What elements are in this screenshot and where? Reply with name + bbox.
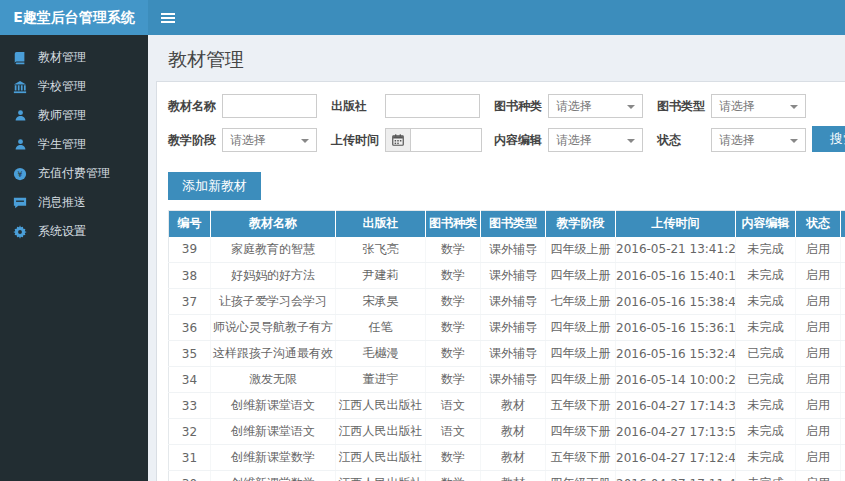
textbook-name-field[interactable] <box>222 94 317 118</box>
cell-upload-time: 2016-04-27 17:12:46 <box>616 445 736 471</box>
table-row: 33创维新课堂语文江西人民出版社语文教材五年级下册2016-04-27 17:1… <box>169 393 845 419</box>
cell-edit-status: 未完成 <box>736 289 796 315</box>
book-category-select-group: 图书种类请选择 <box>494 94 657 118</box>
cell-status: 启用 <box>796 445 841 471</box>
teaching-stage-select[interactable]: 请选择 <box>222 128 317 152</box>
cell-action <box>841 367 845 393</box>
cell-stage: 四年级上册 <box>546 315 616 341</box>
chevron-down-icon <box>790 105 798 109</box>
cell-upload-time: 2016-05-14 10:00:20 <box>616 367 736 393</box>
cell-action <box>841 393 845 419</box>
cell-stage: 四年级上册 <box>546 341 616 367</box>
cell-action <box>841 263 845 289</box>
publisher-field-group: 出版社 <box>331 94 494 118</box>
book-category-select[interactable]: 请选择 <box>548 94 643 118</box>
content-panel: 教材名称出版社图书种类请选择图书类型请选择 教学阶段请选择上传时间内容编辑请选择… <box>156 81 845 481</box>
cell-type: 课外辅导 <box>481 237 546 263</box>
cell-publisher: 江西人民出版社 <box>336 471 426 481</box>
cell-upload-time: 2016-04-27 17:11:46 <box>616 471 736 481</box>
main-content: 教材管理 教材名称出版社图书种类请选择图书类型请选择 教学阶段请选择上传时间内容… <box>148 35 845 481</box>
publisher-field[interactable] <box>385 94 480 118</box>
status-select-group: 状态请选择 <box>657 128 820 152</box>
sidebar-toggle-button[interactable] <box>148 0 188 35</box>
cell-publisher: 宋承昊 <box>336 289 426 315</box>
column-header-upload-time: 上传时间 <box>616 211 736 237</box>
cell-name: 创维新课堂数学 <box>211 445 336 471</box>
cell-stage: 四年级下册 <box>546 471 616 481</box>
book-type-select[interactable]: 请选择 <box>711 94 806 118</box>
cell-action <box>841 445 845 471</box>
cell-publisher: 毛樾漫 <box>336 341 426 367</box>
sidebar-item-7[interactable]: 系统设置 <box>0 217 148 246</box>
cell-status: 启用 <box>796 393 841 419</box>
sidebar-item-label: 学生管理 <box>38 136 86 153</box>
teaching-stage-select-label: 教学阶段 <box>168 132 222 149</box>
search-button[interactable]: 搜索 <box>812 126 845 152</box>
cell-edit-status: 未完成 <box>736 393 796 419</box>
cell-edit-status: 已完成 <box>736 367 796 393</box>
sidebar-item-3[interactable]: 教师管理 <box>0 101 148 130</box>
cell-upload-time: 2016-04-27 17:13:50 <box>616 419 736 445</box>
sidebar-menu: 教材管理学校管理教师管理学生管理¥充值付费管理消息推送系统设置 <box>0 35 148 481</box>
teaching-stage-select-value: 请选择 <box>230 133 266 147</box>
cell-status: 启用 <box>796 419 841 445</box>
cell-action <box>841 289 845 315</box>
teaching-stage-select-group: 教学阶段请选择 <box>168 128 331 152</box>
book-type-select-value: 请选择 <box>719 99 755 113</box>
table-row: 35这样跟孩子沟通最有效毛樾漫数学课外辅导四年级上册2016-05-16 15:… <box>169 341 845 367</box>
book-category-select-value: 请选择 <box>556 99 592 113</box>
sidebar-item-label: 教师管理 <box>38 107 86 124</box>
content-editor-select-value: 请选择 <box>556 133 592 147</box>
calendar-icon <box>385 128 410 152</box>
sidebar-item-5[interactable]: ¥充值付费管理 <box>0 159 148 188</box>
cell-upload-time: 2016-05-16 15:40:14 <box>616 263 736 289</box>
cell-publisher: 尹建莉 <box>336 263 426 289</box>
cell-publisher: 江西人民出版社 <box>336 445 426 471</box>
filter-row-1: 教材名称出版社图书种类请选择图书类型请选择 <box>168 94 845 118</box>
table-row: 32创维新课堂语文江西人民出版社语文教材四年级下册2016-04-27 17:1… <box>169 419 845 445</box>
top-navbar <box>148 0 845 35</box>
table-row: 34激发无限董进宇数学课外辅导四年级上册2016-05-14 10:00:20已… <box>169 367 845 393</box>
cell-stage: 四年级上册 <box>546 263 616 289</box>
column-header-type: 图书类型 <box>481 211 546 237</box>
column-header-category: 图书种类 <box>426 211 481 237</box>
status-select[interactable]: 请选择 <box>711 128 806 152</box>
cell-upload-time: 2016-05-16 15:38:48 <box>616 289 736 315</box>
cell-stage: 四年级上册 <box>546 237 616 263</box>
cell-type: 教材 <box>481 419 546 445</box>
cell-id: 30 <box>169 471 211 481</box>
sidebar-item-4[interactable]: 学生管理 <box>0 130 148 159</box>
cell-name: 创维新课堂数学 <box>211 471 336 481</box>
column-header-id: 编号 <box>169 211 211 237</box>
cell-edit-status: 未完成 <box>736 419 796 445</box>
bank-icon <box>12 79 28 95</box>
sidebar-item-1[interactable]: 教材管理 <box>0 43 148 72</box>
column-header-publisher: 出版社 <box>336 211 426 237</box>
cell-status: 启用 <box>796 237 841 263</box>
content-editor-select[interactable]: 请选择 <box>548 128 643 152</box>
sidebar-item-6[interactable]: 消息推送 <box>0 188 148 217</box>
upload-time-field-label: 上传时间 <box>331 132 385 149</box>
cell-edit-status: 已完成 <box>736 341 796 367</box>
upload-time-field[interactable] <box>410 128 482 152</box>
cell-type: 教材 <box>481 471 546 481</box>
table-row: 39家庭教育的智慧张飞亮数学课外辅导四年级上册2016-05-21 13:41:… <box>169 237 845 263</box>
sidebar-item-2[interactable]: 学校管理 <box>0 72 148 101</box>
content-editor-select-group: 内容编辑请选择 <box>494 128 657 152</box>
cell-name: 这样跟孩子沟通最有效 <box>211 341 336 367</box>
cell-name: 激发无限 <box>211 367 336 393</box>
textbook-table: 编号教材名称出版社图书种类图书类型教学阶段上传时间内容编辑状态 39家庭教育的智… <box>168 210 845 481</box>
cell-edit-status: 未完成 <box>736 315 796 341</box>
textbook-name-field-group: 教材名称 <box>168 94 331 118</box>
book-type-select-group: 图书类型请选择 <box>657 94 820 118</box>
add-textbook-button[interactable]: 添加新教材 <box>168 172 261 200</box>
cell-publisher: 江西人民出版社 <box>336 419 426 445</box>
book-icon <box>12 50 28 66</box>
sidebar-item-label: 学校管理 <box>38 78 86 95</box>
user-icon <box>12 137 28 153</box>
cell-action <box>841 419 845 445</box>
cell-publisher: 张飞亮 <box>336 237 426 263</box>
cell-stage: 五年级下册 <box>546 445 616 471</box>
table-row: 38好妈妈的好方法尹建莉数学课外辅导四年级上册2016-05-16 15:40:… <box>169 263 845 289</box>
cell-id: 36 <box>169 315 211 341</box>
